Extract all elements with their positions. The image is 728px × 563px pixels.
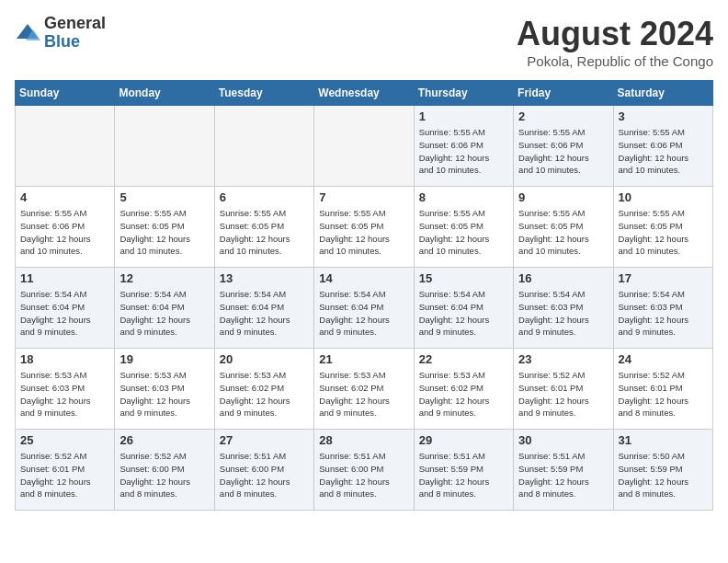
day-info: Sunrise: 5:55 AM Sunset: 6:05 PM Dayligh… (319, 207, 408, 258)
day-number: 27 (220, 433, 309, 447)
day-number: 23 (518, 352, 608, 366)
logo-blue-text: Blue (44, 33, 106, 52)
day-number: 20 (220, 352, 309, 366)
calendar-cell: 29Sunrise: 5:51 AM Sunset: 5:59 PM Dayli… (414, 430, 513, 511)
day-number: 2 (518, 109, 608, 123)
day-info: Sunrise: 5:51 AM Sunset: 6:00 PM Dayligh… (220, 450, 309, 500)
day-number: 5 (119, 190, 209, 204)
calendar-cell (115, 106, 214, 187)
day-number: 30 (518, 433, 608, 447)
day-info: Sunrise: 5:52 AM Sunset: 6:00 PM Dayligh… (119, 450, 209, 500)
day-info: Sunrise: 5:52 AM Sunset: 6:01 PM Dayligh… (518, 369, 608, 419)
calendar-cell (314, 106, 414, 187)
day-info: Sunrise: 5:52 AM Sunset: 6:01 PM Dayligh… (20, 450, 109, 500)
weekday-header-row: SundayMondayTuesdayWednesdayThursdayFrid… (16, 81, 713, 106)
calendar-cell: 22Sunrise: 5:53 AM Sunset: 6:02 PM Dayli… (414, 349, 513, 430)
location-subtitle: Pokola, Republic of the Congo (517, 53, 713, 69)
calendar-cell: 7Sunrise: 5:55 AM Sunset: 6:05 PM Daylig… (314, 187, 414, 268)
day-info: Sunrise: 5:53 AM Sunset: 6:03 PM Dayligh… (20, 369, 109, 419)
day-info: Sunrise: 5:55 AM Sunset: 6:05 PM Dayligh… (518, 207, 608, 258)
calendar-cell: 16Sunrise: 5:54 AM Sunset: 6:03 PM Dayli… (514, 268, 613, 349)
day-info: Sunrise: 5:54 AM Sunset: 6:03 PM Dayligh… (619, 288, 708, 339)
day-info: Sunrise: 5:54 AM Sunset: 6:04 PM Dayligh… (220, 288, 309, 339)
day-info: Sunrise: 5:54 AM Sunset: 6:03 PM Dayligh… (518, 288, 608, 339)
calendar-cell: 9Sunrise: 5:55 AM Sunset: 6:05 PM Daylig… (514, 187, 613, 268)
day-number: 7 (319, 190, 408, 204)
calendar-cell: 1Sunrise: 5:55 AM Sunset: 6:06 PM Daylig… (414, 106, 513, 187)
day-info: Sunrise: 5:55 AM Sunset: 6:05 PM Dayligh… (419, 207, 508, 258)
day-number: 28 (319, 433, 408, 447)
weekday-header-tuesday: Tuesday (214, 81, 313, 106)
day-info: Sunrise: 5:53 AM Sunset: 6:03 PM Dayligh… (119, 369, 209, 419)
calendar-cell: 6Sunrise: 5:55 AM Sunset: 6:05 PM Daylig… (214, 187, 313, 268)
calendar-cell: 15Sunrise: 5:54 AM Sunset: 6:04 PM Dayli… (414, 268, 513, 349)
calendar-cell: 2Sunrise: 5:55 AM Sunset: 6:06 PM Daylig… (514, 106, 613, 187)
day-info: Sunrise: 5:55 AM Sunset: 6:05 PM Dayligh… (619, 207, 708, 258)
calendar-cell: 28Sunrise: 5:51 AM Sunset: 6:00 PM Dayli… (314, 430, 414, 511)
calendar-cell: 5Sunrise: 5:55 AM Sunset: 6:05 PM Daylig… (115, 187, 214, 268)
calendar-cell: 24Sunrise: 5:52 AM Sunset: 6:01 PM Dayli… (613, 349, 712, 430)
day-info: Sunrise: 5:55 AM Sunset: 6:06 PM Dayligh… (20, 207, 109, 258)
calendar-cell: 31Sunrise: 5:50 AM Sunset: 5:59 PM Dayli… (613, 430, 712, 511)
day-info: Sunrise: 5:53 AM Sunset: 6:02 PM Dayligh… (419, 369, 508, 419)
week-row-1: 1Sunrise: 5:55 AM Sunset: 6:06 PM Daylig… (16, 106, 713, 187)
day-number: 15 (419, 271, 508, 285)
day-info: Sunrise: 5:52 AM Sunset: 6:01 PM Dayligh… (619, 369, 708, 419)
calendar-cell: 30Sunrise: 5:51 AM Sunset: 5:59 PM Dayli… (514, 430, 613, 511)
day-number: 29 (419, 433, 508, 447)
day-info: Sunrise: 5:51 AM Sunset: 5:59 PM Dayligh… (518, 450, 608, 500)
weekday-header-friday: Friday (514, 81, 613, 106)
logo-general-text: General (44, 15, 106, 33)
weekday-header-thursday: Thursday (414, 81, 513, 106)
weekday-header-saturday: Saturday (613, 81, 712, 106)
day-info: Sunrise: 5:53 AM Sunset: 6:02 PM Dayligh… (319, 369, 408, 419)
calendar-cell (16, 106, 115, 187)
day-number: 26 (119, 433, 209, 447)
day-info: Sunrise: 5:51 AM Sunset: 5:59 PM Dayligh… (419, 450, 508, 500)
day-info: Sunrise: 5:51 AM Sunset: 6:00 PM Dayligh… (319, 450, 408, 500)
weekday-header-wednesday: Wednesday (314, 81, 414, 106)
calendar-cell: 3Sunrise: 5:55 AM Sunset: 6:06 PM Daylig… (613, 106, 712, 187)
calendar-cell: 18Sunrise: 5:53 AM Sunset: 6:03 PM Dayli… (16, 349, 115, 430)
month-year-title: August 2024 (517, 15, 713, 53)
day-number: 4 (20, 190, 109, 204)
calendar-cell: 19Sunrise: 5:53 AM Sunset: 6:03 PM Dayli… (115, 349, 214, 430)
logo: General Blue (15, 15, 106, 52)
calendar-cell: 4Sunrise: 5:55 AM Sunset: 6:06 PM Daylig… (16, 187, 115, 268)
calendar-cell: 17Sunrise: 5:54 AM Sunset: 6:03 PM Dayli… (613, 268, 712, 349)
week-row-3: 11Sunrise: 5:54 AM Sunset: 6:04 PM Dayli… (16, 268, 713, 349)
week-row-2: 4Sunrise: 5:55 AM Sunset: 6:06 PM Daylig… (16, 187, 713, 268)
day-number: 18 (20, 352, 109, 366)
day-info: Sunrise: 5:50 AM Sunset: 5:59 PM Dayligh… (619, 450, 708, 500)
day-info: Sunrise: 5:54 AM Sunset: 6:04 PM Dayligh… (319, 288, 408, 339)
calendar-cell: 14Sunrise: 5:54 AM Sunset: 6:04 PM Dayli… (314, 268, 414, 349)
week-row-4: 18Sunrise: 5:53 AM Sunset: 6:03 PM Dayli… (16, 349, 713, 430)
day-number: 11 (20, 271, 109, 285)
calendar-cell: 23Sunrise: 5:52 AM Sunset: 6:01 PM Dayli… (514, 349, 613, 430)
day-info: Sunrise: 5:53 AM Sunset: 6:02 PM Dayligh… (220, 369, 309, 419)
day-info: Sunrise: 5:55 AM Sunset: 6:05 PM Dayligh… (220, 207, 309, 258)
calendar-cell: 13Sunrise: 5:54 AM Sunset: 6:04 PM Dayli… (214, 268, 313, 349)
day-info: Sunrise: 5:54 AM Sunset: 6:04 PM Dayligh… (119, 288, 209, 339)
calendar-cell: 25Sunrise: 5:52 AM Sunset: 6:01 PM Dayli… (16, 430, 115, 511)
week-row-5: 25Sunrise: 5:52 AM Sunset: 6:01 PM Dayli… (16, 430, 713, 511)
day-info: Sunrise: 5:55 AM Sunset: 6:06 PM Dayligh… (619, 126, 708, 177)
calendar-cell: 12Sunrise: 5:54 AM Sunset: 6:04 PM Dayli… (115, 268, 214, 349)
day-info: Sunrise: 5:55 AM Sunset: 6:06 PM Dayligh… (419, 126, 508, 177)
day-number: 22 (419, 352, 508, 366)
day-number: 10 (619, 190, 708, 204)
title-block: August 2024 Pokola, Republic of the Cong… (517, 15, 713, 69)
page-header: General Blue August 2024 Pokola, Republi… (15, 15, 713, 69)
calendar-cell: 27Sunrise: 5:51 AM Sunset: 6:00 PM Dayli… (214, 430, 313, 511)
day-number: 25 (20, 433, 109, 447)
calendar-cell: 20Sunrise: 5:53 AM Sunset: 6:02 PM Dayli… (214, 349, 313, 430)
day-info: Sunrise: 5:55 AM Sunset: 6:05 PM Dayligh… (119, 207, 209, 258)
calendar-cell (214, 106, 313, 187)
day-number: 12 (119, 271, 209, 285)
day-number: 9 (518, 190, 608, 204)
day-info: Sunrise: 5:54 AM Sunset: 6:04 PM Dayligh… (20, 288, 109, 339)
day-number: 24 (619, 352, 708, 366)
day-number: 19 (119, 352, 209, 366)
day-number: 17 (619, 271, 708, 285)
weekday-header-sunday: Sunday (16, 81, 115, 106)
